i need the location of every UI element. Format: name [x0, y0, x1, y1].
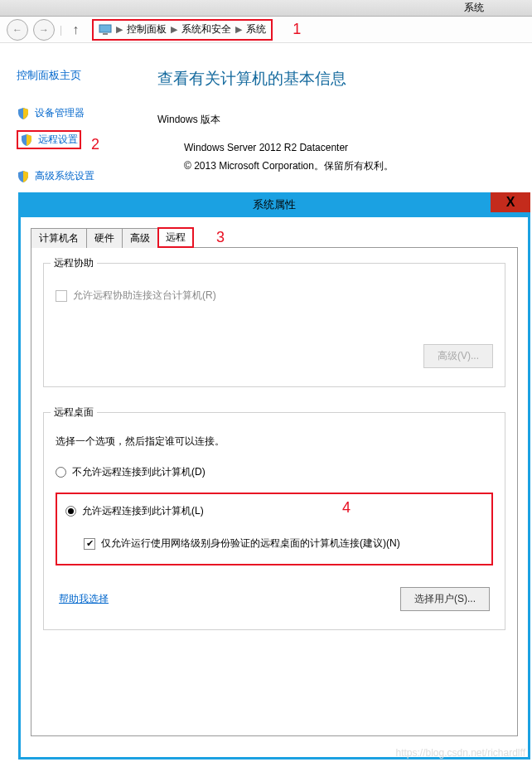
dialog-titlebar[interactable]: 系统属性 X — [18, 192, 530, 217]
remote-assist-group: 远程协助 允许远程协助连接这台计算机(R) 高级(V)... — [43, 263, 505, 387]
sidebar-item-remote-settings[interactable]: 远程设置 — [17, 130, 81, 149]
radio-icon — [65, 506, 76, 517]
annotation-1: 1 — [293, 21, 301, 38]
close-icon: X — [506, 195, 515, 210]
breadcrumb-mid[interactable]: 系统和安全 — [181, 22, 231, 36]
chevron-right-icon: ▶ — [235, 24, 242, 35]
tab-content-remote: 远程协助 允许远程协助连接这台计算机(R) 高级(V)... 远程桌面 选择一个… — [31, 247, 518, 736]
copyright: © 2013 Microsoft Corporation。保留所有权利。 — [184, 158, 532, 176]
annotation-2: 2 — [91, 136, 99, 153]
annotation-3: 3 — [216, 229, 225, 246]
sidebar-title[interactable]: 控制面板主页 — [17, 68, 149, 83]
sidebar-item-label: 高级系统设置 — [35, 169, 94, 183]
allow-connection-box: 4 允许远程连接到此计算机(L) 仅允许运行使用网络级别身份验证的远程桌面的计算… — [56, 493, 493, 565]
shield-icon — [17, 170, 30, 183]
tab-advanced[interactable]: 高级 — [122, 228, 158, 248]
nla-checkbox-row[interactable]: 仅允许运行使用网络级别身份验证的远程桌面的计算机连接(建议)(N) — [84, 536, 483, 551]
system-properties-dialog: 系统属性 X 计算机名 硬件 高级 远程 3 远程协助 允许远程协助连接这台计算… — [18, 192, 530, 760]
window-title: 系统 — [464, 1, 484, 15]
sidebar-item-label: 远程设置 — [38, 133, 78, 147]
select-users-button[interactable]: 选择用户(S)... — [400, 587, 490, 611]
sidebar-item-label: 设备管理器 — [35, 106, 85, 120]
svg-rect-1 — [103, 33, 108, 35]
nav-separator: | — [60, 24, 62, 36]
radio-allow[interactable]: 允许远程连接到此计算机(L) — [65, 504, 483, 518]
window-titlebar: 系统 — [0, 0, 532, 17]
sidebar: 控制面板主页 设备管理器 远程设置 2 高级系统设置 — [0, 68, 149, 193]
checkbox-icon — [56, 290, 67, 302]
back-button[interactable]: ← — [7, 19, 28, 41]
group-legend: 远程协助 — [51, 256, 97, 270]
close-button[interactable]: X — [491, 192, 530, 212]
dialog-title: 系统属性 — [253, 197, 296, 212]
chevron-right-icon: ▶ — [116, 24, 123, 35]
breadcrumb[interactable]: ▶ 控制面板 ▶ 系统和安全 ▶ 系统 — [92, 19, 273, 41]
remote-desktop-intro: 选择一个选项，然后指定谁可以连接。 — [56, 434, 493, 449]
annotation-4: 4 — [342, 499, 351, 517]
tab-computer-name[interactable]: 计算机名 — [31, 228, 87, 248]
section-label: Windows 版本 — [157, 113, 532, 127]
radio-deny[interactable]: 不允许远程连接到此计算机(D) — [56, 465, 493, 479]
group-legend: 远程桌面 — [51, 405, 97, 420]
chevron-right-icon: ▶ — [171, 24, 177, 35]
breadcrumb-home[interactable]: 控制面板 — [127, 22, 167, 36]
radio-label: 允许远程连接到此计算机(L) — [82, 504, 204, 518]
breadcrumb-leaf[interactable]: 系统 — [246, 22, 266, 36]
windows-version: Windows Server 2012 R2 Datacenter — [184, 139, 532, 158]
computer-icon — [99, 24, 112, 36]
tabs: 计算机名 硬件 高级 远程 3 — [31, 227, 518, 248]
tab-remote[interactable]: 远程 — [157, 227, 194, 248]
radio-label: 不允许远程连接到此计算机(D) — [72, 465, 206, 479]
remote-assist-checkbox-row[interactable]: 允许远程协助连接这台计算机(R) — [56, 289, 493, 303]
remote-desktop-group: 远程桌面 选择一个选项，然后指定谁可以连接。 不允许远程连接到此计算机(D) 4… — [43, 412, 505, 630]
shield-icon — [20, 133, 33, 147]
content-pane: 查看有关计算机的基本信息 Windows 版本 Windows Server 2… — [149, 68, 532, 193]
watermark: https://blog.csdn.net/richardlff — [395, 747, 525, 759]
checkbox-label: 允许远程协助连接这台计算机(R) — [73, 289, 216, 303]
svg-rect-0 — [99, 25, 111, 32]
checkbox-label: 仅允许运行使用网络级别身份验证的远程桌面的计算机连接(建议)(N) — [101, 536, 400, 551]
tab-hardware[interactable]: 硬件 — [86, 228, 123, 248]
page-title: 查看有关计算机的基本信息 — [157, 68, 532, 90]
forward-button[interactable]: → — [33, 19, 55, 41]
shield-icon — [17, 107, 30, 120]
checkbox-icon — [84, 538, 95, 550]
sidebar-item-device-manager[interactable]: 设备管理器 — [17, 106, 149, 120]
advanced-button[interactable]: 高级(V)... — [423, 344, 493, 368]
sidebar-item-advanced-settings[interactable]: 高级系统设置 — [17, 169, 149, 183]
nav-bar: ← → | ↑ ▶ 控制面板 ▶ 系统和安全 ▶ 系统 1 — [0, 17, 532, 43]
radio-icon — [56, 467, 66, 478]
help-link[interactable]: 帮助我选择 — [59, 592, 109, 606]
up-button[interactable]: ↑ — [67, 22, 84, 38]
